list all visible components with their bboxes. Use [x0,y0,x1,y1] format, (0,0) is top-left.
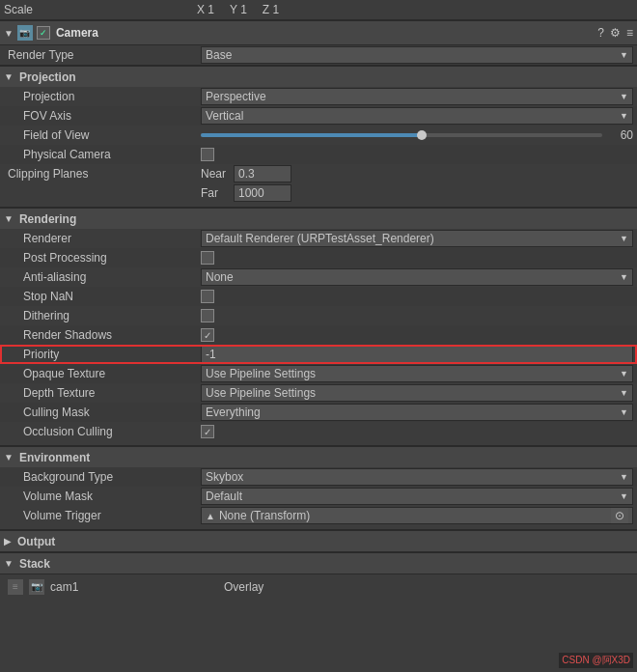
render-type-label: Render Type [8,48,201,62]
stop-nan-label: Stop NaN [8,290,201,303]
dithering-checkbox[interactable] [201,309,214,322]
fov-axis-row: FOV Axis Vertical ▼ [0,106,637,126]
anti-aliasing-label: Anti-aliasing [8,270,201,284]
render-type-value: Base [206,48,620,62]
rendering-arrow: ▼ [4,213,14,224]
depth-texture-value: Use Pipeline Settings [206,386,620,400]
fov-axis-dropdown[interactable]: Vertical ▼ [201,107,633,125]
fov-axis-arrow: ▼ [620,111,628,121]
render-type-row: Render Type Base ▼ [0,45,637,65]
cam1-type-label: Overlay [224,580,263,594]
projection-field-row: Projection Perspective ▼ [0,87,637,106]
output-arrow: ▶ [4,536,12,546]
cam1-drag-icon: ≡ [8,579,23,595]
depth-texture-arrow: ▼ [620,388,628,398]
stop-nan-checkbox[interactable] [201,290,214,303]
camera-title: Camera [56,26,597,40]
priority-input[interactable] [201,346,633,363]
cam1-camera-icon: 📷 [29,579,44,595]
fov-slider-container: 60 [201,128,633,142]
post-processing-checkbox[interactable] [201,251,214,265]
cam1-name-label: cam1 [50,580,224,594]
fov-slider-thumb[interactable] [417,130,427,140]
menu-icon[interactable]: ≡ [626,26,633,40]
scale-y: Y 1 [230,3,247,16]
stack-item-cam1: ≡ 📷 cam1 Overlay [0,574,637,599]
volume-mask-value: Default [206,490,620,503]
renderer-arrow: ▼ [620,234,628,243]
camera-fold-arrow[interactable]: ▼ [4,28,14,39]
camera-icon: 📷 [17,25,33,41]
clipping-far-label: Far [201,186,230,200]
volume-trigger-label: Volume Trigger [8,509,201,522]
fov-slider-value: 60 [610,128,633,142]
output-section-header[interactable]: ▶ Output [0,530,637,551]
projection-value: Perspective [206,90,620,103]
depth-texture-row: Depth Texture Use Pipeline Settings ▼ [0,383,637,403]
projection-section-header[interactable]: ▼ Projection [0,66,637,87]
physical-camera-label: Physical Camera [8,148,201,161]
camera-header: ▼ 📷 ✓ Camera ? ⚙ ≡ [0,20,637,45]
priority-label: Priority [8,348,201,361]
camera-header-icons: ? ⚙ ≡ [597,26,633,40]
priority-row: Priority [0,345,637,364]
culling-mask-value: Everything [206,406,620,419]
inspector-panel: Scale X 1 Y 1 Z 1 ▼ 📷 ✓ Camera ? ⚙ ≡ Ren… [0,0,637,599]
render-type-arrow: ▼ [620,50,628,60]
occlusion-culling-row: Occlusion Culling [0,422,637,441]
rendering-section-header[interactable]: ▼ Rendering [0,208,637,229]
stop-nan-row: Stop NaN [0,287,637,306]
scale-x: X 1 [197,3,214,16]
projection-dropdown[interactable]: Perspective ▼ [201,88,633,105]
dithering-label: Dithering [8,309,201,322]
output-section-label: Output [17,535,55,548]
volume-trigger-row: Volume Trigger ▲ None (Transform) ⊙ [0,506,637,525]
scale-row: Scale X 1 Y 1 Z 1 [0,0,637,19]
render-shadows-checkbox[interactable] [201,328,214,342]
environment-section-header[interactable]: ▼ Environment [0,446,637,467]
background-type-value: Skybox [206,470,620,484]
help-icon[interactable]: ? [597,26,604,40]
volume-mask-row: Volume Mask Default ▼ [0,487,637,506]
occlusion-culling-label: Occlusion Culling [8,425,201,438]
culling-mask-dropdown[interactable]: Everything ▼ [201,404,633,421]
clipping-planes-label: Clipping Planes [8,167,201,181]
render-type-dropdown[interactable]: Base ▼ [201,46,633,64]
volume-trigger-icon: ▲ [206,511,215,521]
opaque-texture-dropdown[interactable]: Use Pipeline Settings ▼ [201,365,633,382]
opaque-texture-row: Opaque Texture Use Pipeline Settings ▼ [0,364,637,383]
clipping-far-value[interactable]: 1000 [234,184,291,202]
dithering-row: Dithering [0,306,637,325]
fov-slider-track[interactable] [201,133,602,137]
background-type-dropdown[interactable]: Skybox ▼ [201,468,633,486]
background-type-row: Background Type Skybox ▼ [0,467,637,487]
volume-mask-arrow: ▼ [620,491,628,501]
renderer-label: Renderer [8,232,201,245]
culling-mask-arrow: ▼ [620,407,628,417]
projection-dd-arrow: ▼ [620,92,628,101]
stack-section-header[interactable]: ▼ Stack [0,552,637,574]
volume-mask-dropdown[interactable]: Default ▼ [201,488,633,505]
background-type-arrow: ▼ [620,472,628,482]
post-processing-row: Post Processing [0,248,637,267]
settings-icon[interactable]: ⚙ [610,26,621,40]
occlusion-culling-checkbox[interactable] [201,425,214,438]
clipping-far-row: Far 1000 [0,183,637,203]
render-shadows-label: Render Shadows [8,328,201,342]
stack-section-label: Stack [19,557,50,571]
projection-arrow: ▼ [4,71,14,82]
renderer-dropdown[interactable]: Default Renderer (URPTestAsset_Renderer)… [201,230,633,247]
background-type-label: Background Type [8,470,201,484]
fov-axis-value: Vertical [206,109,620,123]
culling-mask-label: Culling Mask [8,406,201,419]
physical-camera-checkbox[interactable] [201,148,214,161]
rendering-section-label: Rendering [19,212,76,226]
anti-aliasing-dropdown[interactable]: None ▼ [201,268,633,286]
volume-trigger-value-box: ▲ None (Transform) ⊙ [201,507,633,524]
renderer-row: Renderer Default Renderer (URPTestAsset_… [0,229,637,248]
depth-texture-dropdown[interactable]: Use Pipeline Settings ▼ [201,384,633,402]
clipping-near-value[interactable]: 0.3 [234,165,291,182]
camera-enabled-checkbox[interactable]: ✓ [37,26,50,40]
physical-camera-row: Physical Camera [0,145,637,164]
volume-trigger-pick-button[interactable]: ⊙ [611,508,628,523]
